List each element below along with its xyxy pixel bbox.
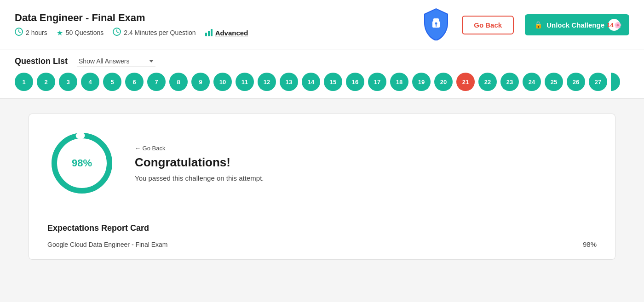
go-back-link[interactable]: ← Go Back [135, 145, 264, 152]
minutes-label: 2.4 Minutes per Question [124, 29, 196, 36]
question-number-11[interactable]: 11 [236, 73, 254, 91]
question-number-14[interactable]: 14 [302, 73, 320, 91]
question-number-20[interactable]: 20 [434, 73, 453, 91]
question-number-1[interactable]: 1 [15, 73, 33, 91]
report-card: Expectations Report Card Google Cloud Da… [29, 212, 615, 260]
minutes-item: 2.4 Minutes per Question [113, 28, 196, 38]
unlock-badge: 14 🌸 [608, 19, 620, 31]
questions-item: ★ 50 Questions [57, 28, 104, 37]
question-number-19[interactable]: 19 [412, 73, 431, 91]
header-left: Data Engineer - Final Exam 2 hours ★ 50 … [15, 12, 407, 38]
header: Data Engineer - Final Exam 2 hours ★ 50 … [0, 0, 644, 50]
shield-icon [421, 7, 451, 40]
report-card-title: Expectations Report Card [47, 223, 597, 233]
difficulty-label: Advanced [215, 29, 248, 37]
question-number-4[interactable]: 4 [81, 73, 99, 91]
question-list-label: Question List [15, 57, 68, 66]
question-number-24[interactable]: 24 [523, 73, 541, 91]
report-score: 98% [583, 240, 597, 248]
duration-item: 2 hours [15, 28, 47, 38]
question-bar: Question List Show All Answers Show Corr… [0, 50, 644, 99]
congrats-content: ← Go Back Congratulations! You passed th… [135, 145, 264, 182]
questions-label: 50 Questions [66, 29, 104, 36]
congrats-title: Congratulations! [135, 155, 264, 170]
question-number-25[interactable]: 25 [545, 73, 563, 91]
report-row: Google Cloud Data Engineer - Final Exam … [47, 240, 597, 248]
congrats-card: 98% ← Go Back Congratulations! You passe… [29, 114, 615, 212]
shield-container [421, 7, 451, 42]
main-content: 98% ← Go Back Congratulations! You passe… [14, 99, 630, 274]
question-number-6[interactable]: 6 [125, 73, 144, 91]
question-number-21[interactable]: 21 [456, 73, 475, 91]
question-number-18[interactable]: 18 [390, 73, 408, 91]
exam-title: Data Engineer - Final Exam [15, 12, 407, 24]
question-number-9[interactable]: 9 [191, 73, 210, 91]
lock-icon: 🔒 [534, 21, 543, 29]
clock-icon [15, 28, 23, 38]
question-number-5[interactable]: 5 [103, 73, 121, 91]
question-number-26[interactable]: 26 [567, 73, 585, 91]
question-number-17[interactable]: 17 [368, 73, 386, 91]
question-bar-header: Question List Show All Answers Show Corr… [15, 56, 629, 67]
question-numbers: 1234567891011121314151617181920212223242… [15, 73, 629, 91]
go-back-button[interactable]: Go Back [462, 16, 514, 34]
question-number-23[interactable]: 23 [500, 73, 519, 91]
question-number-3[interactable]: 3 [59, 73, 77, 91]
donut-chart: 98% [47, 129, 116, 198]
unlock-label: Unlock Challenge [546, 21, 604, 29]
question-number-22[interactable]: 22 [478, 73, 497, 91]
duration-label: 2 hours [26, 29, 47, 36]
bars-icon [205, 29, 213, 36]
clock2-icon [113, 28, 121, 38]
question-number-13[interactable]: 13 [280, 73, 298, 91]
unlock-challenge-button[interactable]: 🔒 Unlock Challenge 14 🌸 [525, 14, 629, 35]
difficulty-item: Advanced [205, 29, 248, 37]
question-number-8[interactable]: 8 [169, 73, 188, 91]
question-number-16[interactable]: 16 [346, 73, 364, 91]
report-exam-name: Google Cloud Data Engineer - Final Exam [47, 241, 167, 248]
question-number-27[interactable]: 27 [589, 73, 607, 91]
donut-percentage: 98% [72, 157, 92, 169]
question-number-12[interactable]: 12 [258, 73, 276, 91]
question-number-10[interactable]: 10 [213, 73, 232, 91]
question-numbers-overflow [611, 73, 620, 91]
question-number-15[interactable]: 15 [324, 73, 342, 91]
header-meta: 2 hours ★ 50 Questions 2.4 Minutes per Q… [15, 28, 407, 38]
question-number-2[interactable]: 2 [37, 73, 55, 91]
show-answers-select[interactable]: Show All Answers Show Correct Answers Sh… [77, 56, 155, 67]
congrats-subtitle: You passed this challenge on this attemp… [135, 174, 264, 182]
question-number-7[interactable]: 7 [147, 73, 166, 91]
star-icon: ★ [57, 28, 63, 37]
